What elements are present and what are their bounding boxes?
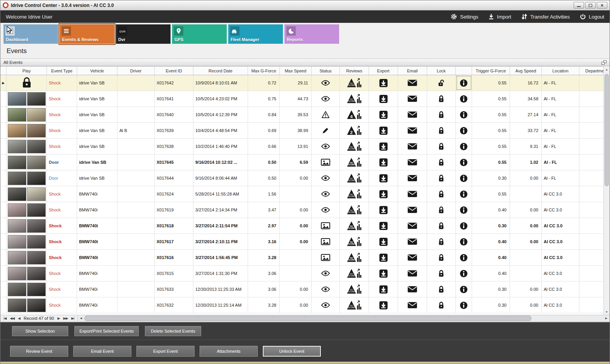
info-icon[interactable] [460,95,468,103]
email-icon[interactable] [407,143,417,150]
column-header-avg-speed[interactable]: Avg Speed [510,67,542,75]
column-header-driver[interactable]: Driver [117,67,155,75]
column-header-trigger-g-force[interactable]: Trigger G-Force [472,67,510,75]
info-icon[interactable] [460,254,468,262]
email-icon[interactable] [407,191,417,197]
email-icon[interactable] [407,159,417,166]
scroll-left-icon[interactable]: ◀ [78,317,84,320]
column-header-vehicle[interactable]: Vehicle [77,67,117,75]
info-icon[interactable] [460,301,468,309]
table-row[interactable]: ShockBMW740iX0176245/28/2014 11:55:28 AM… [0,186,610,202]
export-icon[interactable] [379,269,388,278]
front-camera-thumbnail[interactable] [8,140,26,153]
tab-dvr[interactable]: DVRDvr [116,24,171,44]
tab-fleet-manager[interactable]: Fleet Manager [228,24,283,44]
lock-icon[interactable] [438,190,445,198]
rear-camera-thumbnail[interactable] [27,251,46,264]
rear-camera-thumbnail[interactable] [27,267,46,280]
review-score-icon[interactable]: NOSCORE [347,252,362,263]
last-record-button[interactable]: ▶| [71,316,74,320]
email-icon[interactable] [407,302,417,309]
email-icon[interactable] [407,111,417,118]
column-header-email[interactable]: Email [398,67,427,75]
lock-icon[interactable] [438,206,445,214]
vertical-scrollbar[interactable]: ▲ ▼ [603,66,610,315]
lock-icon[interactable] [438,158,445,167]
horizontal-scrollbar[interactable]: ◀ ▶ [77,315,610,321]
first-record-button[interactable]: |◀ [3,316,6,320]
lock-icon[interactable] [438,238,445,246]
horizontal-scroll-thumb[interactable] [84,316,531,321]
rear-camera-thumbnail[interactable] [27,108,46,122]
info-icon[interactable] [460,206,468,214]
rear-camera-thumbnail[interactable] [27,156,46,169]
front-camera-thumbnail[interactable] [8,283,26,296]
column-header-record-date[interactable]: Record Date [193,67,248,75]
unlock-icon[interactable] [438,79,445,87]
front-camera-thumbnail[interactable] [8,251,26,264]
lock-icon[interactable] [438,254,445,262]
table-row[interactable]: Dooridrive Van SBX0176449/16/2014 8:06:4… [0,170,610,186]
export-event-button[interactable]: Export Event [136,346,195,357]
rear-camera-thumbnail[interactable] [27,283,46,296]
lock-icon[interactable] [438,270,445,278]
info-icon[interactable] [460,174,468,182]
email-icon[interactable] [407,222,417,229]
review-score-icon[interactable]: NOSCORE [347,141,362,152]
tab-reports[interactable]: Reports [284,24,339,44]
info-icon[interactable] [460,158,468,167]
group-header[interactable]: All Events [0,58,610,66]
maximize-button[interactable] [585,2,596,9]
export-icon[interactable] [379,253,388,262]
rear-camera-thumbnail[interactable] [27,172,46,185]
table-row[interactable]: Shockidrive Van SBX01764110/5/2014 4:23:… [0,91,610,107]
export-icon[interactable] [379,190,388,199]
lock-icon[interactable] [438,285,445,294]
export-icon[interactable] [379,126,388,135]
next-record-button[interactable]: ▶ [57,316,60,320]
info-icon[interactable] [460,222,468,230]
unlock-event-button[interactable]: Unlock Event [263,346,321,357]
table-row[interactable]: ▶Shockidrive Van SBX01764210/9/2014 8:10… [0,75,610,91]
rear-camera-thumbnail[interactable] [27,92,46,106]
export-icon[interactable] [379,158,388,167]
email-event-button[interactable]: Email Event [73,346,131,357]
attachments-button[interactable]: Attachments [200,346,258,357]
front-camera-thumbnail[interactable] [8,156,26,169]
prev-page-button[interactable]: ◀◀ [10,316,14,320]
review-score-icon[interactable]: NOSCORE [347,268,362,279]
table-row[interactable]: ShockBMW740iX0176193/27/2014 2:14:34 PM3… [0,202,610,218]
review-score-icon[interactable]: NOSCORE [347,221,362,231]
review-score-icon[interactable]: NOSCORE [347,205,362,215]
info-icon[interactable] [460,111,468,119]
column-header-lock[interactable]: Lock [427,67,456,75]
review-score-icon[interactable]: NOSCORE [347,189,362,199]
front-camera-thumbnail[interactable] [8,299,26,312]
column-header-max-g-force[interactable]: Max G-Force [248,67,280,75]
event-video-thumbnails[interactable] [8,267,46,280]
column-header-max-speed[interactable]: Max Speed [280,67,312,75]
rear-camera-thumbnail[interactable] [27,187,46,201]
table-row[interactable]: ShockBMW740iX0176153/27/2014 1:31:30 PM3… [0,266,610,282]
export-icon[interactable] [379,237,388,246]
tab-gps[interactable]: GPS [172,24,227,44]
event-video-thumbnails[interactable] [8,235,46,249]
table-row[interactable]: Shockidrive Van SBX01764010/5/2014 4:12:… [0,107,610,123]
email-icon[interactable] [407,127,417,134]
email-icon[interactable] [407,270,417,277]
lock-icon[interactable] [438,222,445,230]
review-score-icon[interactable]: 4 [347,110,362,120]
export-icon[interactable] [379,301,388,310]
column-header-location[interactable]: Location [542,67,579,75]
info-icon[interactable] [460,238,468,246]
table-row[interactable]: Dooridrive Van SBX0176459/16/2014 10:12:… [0,155,610,170]
event-video-thumbnails[interactable] [8,283,46,296]
expand-group-icon[interactable] [601,60,607,65]
lock-icon[interactable] [438,111,445,119]
email-icon[interactable] [407,238,417,245]
column-header-info[interactable] [456,67,472,75]
info-icon[interactable] [460,79,468,87]
email-icon[interactable] [407,79,417,86]
event-video-thumbnails[interactable] [8,219,46,233]
table-row[interactable]: ShockBMW740iX01763312/30/2013 11:25:33 A… [0,282,610,297]
